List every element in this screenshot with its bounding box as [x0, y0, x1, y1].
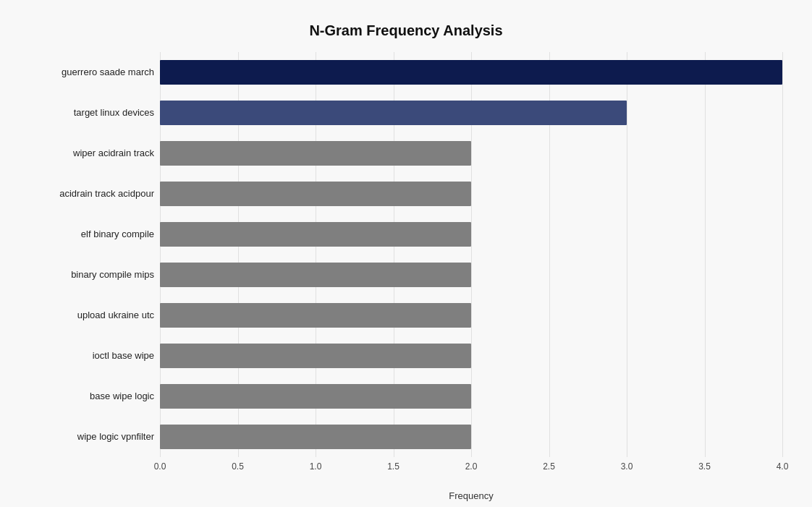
- bar-row: [160, 97, 782, 129]
- y-label: base wipe logic: [90, 378, 154, 415]
- y-label: elf binary compile: [81, 216, 154, 253]
- x-tick: 3.0: [621, 461, 633, 472]
- bar-row: [160, 56, 782, 88]
- bar-row: [160, 178, 782, 210]
- bars-area: [160, 52, 782, 457]
- bar-row: [160, 259, 782, 291]
- bar: [160, 263, 471, 287]
- plot-area: [160, 52, 782, 457]
- bar: [160, 344, 471, 368]
- bar: [160, 425, 471, 449]
- y-label: wipe logic vpnfilter: [77, 418, 154, 456]
- x-tick: 3.5: [698, 461, 711, 472]
- x-axis: 0.00.51.01.52.02.53.03.54.0: [160, 461, 782, 476]
- bar-row: [160, 299, 782, 331]
- bar-row: [160, 218, 782, 250]
- x-tick: 2.5: [543, 461, 555, 472]
- y-label: binary compile mips: [71, 256, 154, 294]
- chart-area: guerrero saade marchtarget linux devices…: [30, 52, 782, 457]
- chart-container: N-Gram Frequency Analysis guerrero saade…: [8, 8, 804, 500]
- y-label: acidrain track acidpour: [59, 175, 154, 213]
- y-label: ioctl base wipe: [93, 337, 154, 375]
- y-label: target linux devices: [74, 94, 154, 132]
- bar-row: [160, 340, 782, 372]
- x-tick: 1.0: [310, 461, 322, 472]
- chart-title: N-Gram Frequency Analysis: [30, 22, 782, 39]
- x-axis-label: Frequency: [160, 490, 782, 501]
- bar-row: [160, 380, 782, 412]
- bar: [160, 222, 471, 247]
- bar: [160, 101, 627, 125]
- bar: [160, 182, 471, 206]
- y-label: upload ukraine utc: [77, 297, 154, 334]
- grid-line: [782, 52, 783, 457]
- bar: [160, 60, 782, 85]
- x-tick: 1.5: [387, 461, 399, 472]
- bar-row: [160, 421, 782, 453]
- x-tick: 0.5: [232, 461, 244, 472]
- y-axis-labels: guerrero saade marchtarget linux devices…: [30, 52, 160, 457]
- y-label: wiper acidrain track: [73, 135, 154, 172]
- y-label: guerrero saade march: [62, 54, 154, 91]
- x-tick: 0.0: [154, 461, 166, 472]
- bar: [160, 384, 471, 409]
- bar: [160, 303, 471, 328]
- bar-row: [160, 137, 782, 169]
- bar: [160, 141, 471, 166]
- x-tick: 4.0: [777, 461, 789, 472]
- x-tick: 2.0: [465, 461, 478, 472]
